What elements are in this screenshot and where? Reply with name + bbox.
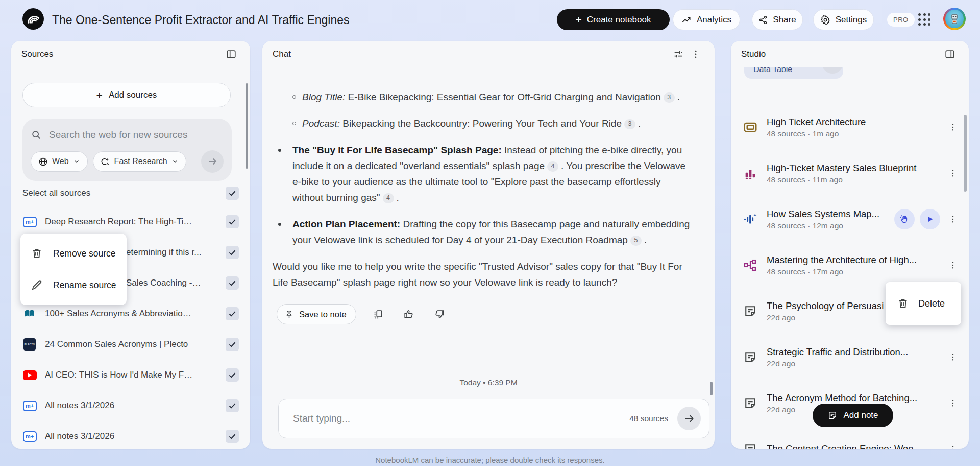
check-icon [228, 189, 237, 198]
source-context-menu: Remove source Rename source [20, 234, 127, 305]
source-checkbox[interactable] [226, 246, 239, 259]
citation-chip[interactable]: 3 [624, 119, 635, 129]
add-sources-button[interactable]: + Add sources [22, 83, 231, 107]
chat-more-menu-icon[interactable] [687, 45, 704, 63]
source-checkbox[interactable] [226, 276, 239, 290]
book-favicon [22, 308, 37, 320]
source-row[interactable]: m+ All notes 3/1/2026 [11, 421, 250, 449]
settings-label: Settings [836, 15, 867, 25]
studio-item-meta: 48 sources · 11m ago [767, 175, 940, 184]
chat-scrollbar[interactable] [710, 382, 713, 395]
chat-settings-icon[interactable] [670, 45, 687, 63]
note-icon [742, 442, 758, 449]
source-checkbox[interactable] [226, 399, 239, 412]
remove-source-label: Remove source [53, 248, 116, 259]
note-icon [742, 304, 758, 318]
chat-timestamp: Today • 6:39 PM [262, 378, 715, 387]
save-to-note-button[interactable]: Save to note [277, 304, 356, 324]
collapse-panel-icon[interactable] [941, 45, 959, 63]
studio-item[interactable]: Strategic Traffic and Distribution...22d… [738, 334, 963, 380]
item-more-menu-icon[interactable] [944, 119, 962, 136]
studio-scrollbar[interactable] [964, 115, 967, 192]
share-icon [758, 15, 768, 25]
studio-item[interactable]: The Content Creation Engine: Wee... [738, 426, 963, 449]
item-more-menu-icon[interactable] [944, 211, 962, 228]
send-button[interactable] [677, 407, 701, 430]
rename-source-label: Rename source [53, 280, 116, 291]
studio-item-title: The Content Creation Engine: Wee... [767, 443, 940, 449]
studio-item[interactable]: How Sales Systems Map...48 sources · 12m… [738, 196, 963, 242]
item-more-menu-icon[interactable] [944, 165, 962, 182]
audio-waveform-icon [742, 212, 758, 227]
trash-icon [897, 297, 909, 310]
play-button[interactable] [920, 209, 940, 229]
thumbs-up-icon[interactable] [400, 306, 418, 323]
trending-up-icon [681, 15, 692, 25]
list-item: The "Buy It For Life Basecamp" Splash Pa… [273, 142, 694, 205]
studio-item-meta: 48 sources · 12m ago [767, 221, 889, 230]
chat-input[interactable] [293, 413, 629, 424]
item-more-menu-icon[interactable] [944, 348, 962, 366]
select-all-checkbox[interactable] [226, 187, 239, 200]
notebooklm-note-icon: m+ [22, 401, 37, 411]
studio-item-title: High Ticket Architecture [767, 116, 940, 128]
send-arrow-icon [683, 412, 695, 425]
studio-item[interactable]: High Ticket Architecture48 sources · 1m … [738, 104, 963, 150]
research-mode-dropdown[interactable]: Fast Research [93, 151, 186, 172]
web-filter-dropdown[interactable]: Web [31, 151, 88, 172]
source-label: Deep Research Report: The High-Tick... [45, 217, 193, 227]
citation-chip[interactable]: 3 [664, 92, 675, 103]
item-more-menu-icon[interactable] [944, 257, 962, 274]
hand-wave-icon [899, 214, 910, 224]
source-checkbox[interactable] [226, 307, 239, 320]
sources-panel-title: Sources [21, 49, 53, 59]
sources-scrollbar[interactable] [246, 83, 248, 169]
item-more-menu-icon[interactable] [944, 394, 962, 412]
collapse-panel-icon[interactable] [223, 45, 240, 63]
source-checkbox[interactable] [226, 215, 239, 228]
citation-chip[interactable]: 4 [547, 161, 558, 172]
interactive-mode-button[interactable] [894, 209, 915, 229]
pencil-icon [31, 279, 43, 291]
list-item: Action Plan Placement: Drafting the copy… [273, 216, 694, 248]
remove-source-menu-item[interactable]: Remove source [20, 238, 127, 269]
analytics-button[interactable]: Analytics [673, 9, 740, 30]
item-more-menu-icon[interactable] [944, 440, 962, 449]
source-label: Sales Coaching - K... [126, 278, 203, 288]
source-row[interactable]: PLECTO 24 Common Sales Acronyms | Plecto [11, 329, 250, 360]
citation-chip[interactable]: 4 [383, 193, 394, 203]
source-checkbox[interactable] [226, 430, 239, 443]
source-checkbox[interactable] [226, 338, 239, 351]
chat-message-area: Blog Title: E-Bike Bikepacking: Essentia… [262, 67, 715, 449]
apps-grid-icon[interactable] [918, 13, 930, 26]
avatar[interactable] [943, 8, 966, 30]
create-notebook-button[interactable]: + Create notebook [557, 9, 670, 30]
citation-chip[interactable]: 5 [630, 236, 642, 246]
analytics-label: Analytics [697, 15, 731, 25]
notebooklm-logo[interactable] [22, 8, 44, 30]
source-row[interactable]: m+ Deep Research Report: The High-Tick..… [11, 206, 250, 237]
source-checkbox[interactable] [226, 368, 239, 382]
share-label: Share [773, 15, 796, 25]
notebook-title[interactable]: The One-Sentence Profit Extractor and AI… [52, 13, 350, 27]
share-button[interactable]: Share [752, 9, 803, 30]
search-icon [31, 129, 42, 141]
studio-item[interactable]: High-Ticket Mastery Sales Blueprint48 so… [738, 150, 963, 196]
thumbs-down-icon[interactable] [431, 306, 448, 323]
source-row[interactable]: m+ All notes 3/1/2026 [11, 390, 250, 421]
delete-menu-item[interactable]: Delete [886, 282, 961, 325]
add-note-button[interactable]: Add note [813, 404, 893, 427]
trash-icon [31, 247, 43, 260]
search-input[interactable] [49, 129, 224, 141]
copy-icon[interactable] [370, 306, 387, 323]
play-icon [925, 215, 935, 224]
source-row[interactable]: AI CEO: THIS is How I'd Make My First ..… [11, 360, 250, 390]
studio-item[interactable]: Mastering the Architecture of High...48 … [738, 242, 963, 288]
bar-chart-icon [742, 166, 758, 180]
note-icon [742, 396, 758, 410]
source-count: 48 sources [629, 414, 668, 423]
search-submit-button[interactable] [201, 150, 224, 173]
studio-item-title: Strategic Traffic and Distribution... [767, 346, 940, 358]
settings-button[interactable]: Settings [813, 9, 874, 30]
rename-source-menu-item[interactable]: Rename source [20, 269, 127, 301]
